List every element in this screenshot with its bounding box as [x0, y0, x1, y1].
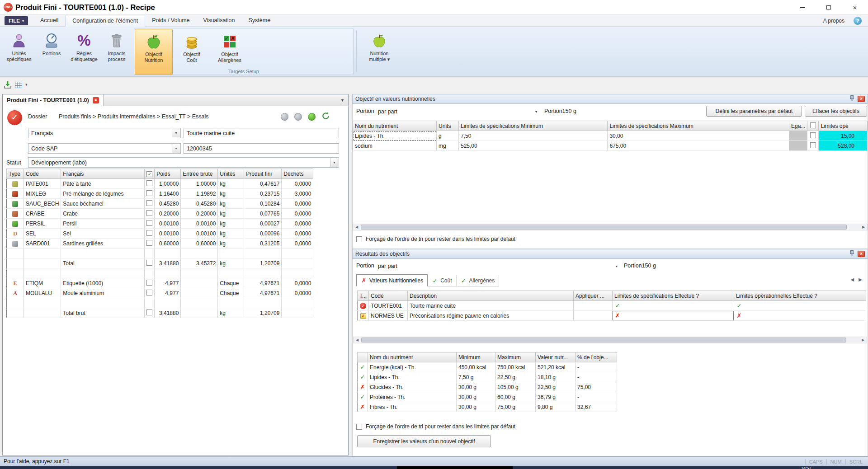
ingredient-pfini-cell[interactable]: 0,00027 [244, 219, 282, 229]
horizontal-scrollbar[interactable]: ◀ ▶ [353, 337, 867, 343]
objective-code-cell[interactable]: NORMES UE [369, 311, 408, 321]
ingredient-poids-cell[interactable] [155, 298, 181, 308]
ingredient-row[interactable]: SARD001 Sardines grillées 0,60000 0,6000… [7, 239, 313, 249]
ingredient-row[interactable]: MIXLEG Pré-mélange de légumes 1,16400 1,… [7, 189, 313, 199]
ingredient-code-cell[interactable] [24, 258, 61, 268]
target-min-cell[interactable]: 525,00 [458, 141, 607, 151]
col-header-code[interactable]: Code [369, 291, 408, 301]
ingredient-checkbox[interactable] [146, 290, 152, 295]
ingredient-checkbox-cell[interactable] [145, 179, 155, 189]
pin-icon[interactable] [849, 95, 854, 103]
col-header-checkbox[interactable] [807, 121, 819, 131]
ingredient-poids-cell[interactable]: 1,16400 [155, 189, 181, 199]
ingredient-checkbox-cell[interactable] [145, 189, 155, 199]
ingredient-dechets-cell[interactable] [282, 268, 313, 278]
ingredient-unites-cell[interactable] [218, 298, 244, 308]
col-header-egal[interactable]: Ega... [789, 121, 807, 131]
ingredient-checkbox[interactable] [146, 200, 152, 206]
portion-mode-select[interactable]: par part ▾ [378, 107, 537, 117]
ingredient-checkbox-cell[interactable] [145, 229, 155, 239]
col-header-status[interactable] [358, 352, 368, 362]
ribbon-tab[interactable]: Accueil [33, 15, 65, 27]
nav-ball-green-icon[interactable] [308, 113, 316, 121]
ingredient-code-cell[interactable]: PERSIL [24, 219, 61, 229]
tab-list-dropdown-icon[interactable]: ▼ [340, 98, 344, 103]
ribbon-tab[interactable]: Configuration de l'élément [65, 15, 145, 27]
objective-apply-cell[interactable] [574, 311, 613, 321]
ingredient-checkbox[interactable] [146, 260, 152, 266]
col-header-entree-brute[interactable]: Entrée brute [181, 169, 218, 179]
col-header-oper-done[interactable]: Limites opérationnelles Effectué ? [734, 291, 866, 301]
objective-row[interactable]: TOURTE001 Tourte marine cuite [358, 301, 866, 311]
ingredient-entree-cell[interactable]: 0,20000 [181, 209, 218, 219]
ingredient-poids-cell[interactable]: 0,00100 [155, 229, 181, 239]
results-tab[interactable]: Valeurs Nutritionnelles [356, 274, 428, 286]
ingredient-row[interactable]: A MOULALU Moule aluminium 4,977 Chaque 4… [7, 288, 313, 298]
ingredient-checkbox-cell[interactable] [145, 278, 155, 288]
ingredient-code-cell[interactable] [24, 249, 61, 258]
ingredient-dechets-cell[interactable]: 0,0000 [282, 219, 313, 229]
target-operational-cell[interactable]: 528,00 [819, 141, 868, 151]
ingredient-code-cell[interactable]: SARD001 [24, 239, 61, 249]
ingredient-row[interactable] [7, 249, 313, 258]
col-header-produit-fini[interactable]: Produit fini [244, 169, 282, 179]
ingredient-entree-cell[interactable]: 0,00100 [181, 229, 218, 239]
ingredient-checkbox-cell[interactable] [145, 249, 155, 258]
ingredient-dechets-cell[interactable]: 0,0000 [282, 239, 313, 249]
ingredient-name-cell[interactable]: Etiquette (/1000) [61, 278, 145, 288]
code-sap-input[interactable]: 12000345 [184, 143, 339, 154]
objective-apply-cell[interactable] [574, 301, 613, 311]
ingredient-entree-cell[interactable] [181, 298, 218, 308]
ingredient-unites-cell[interactable]: Chaque [218, 288, 244, 298]
set-default-params-button[interactable]: Défini les paramètres par défaut [706, 106, 802, 117]
ribbon-tab[interactable]: Visualisation [197, 15, 242, 27]
col-header-limites-ope[interactable]: Limites opé [819, 121, 868, 131]
ingredient-poids-cell[interactable]: 0,00100 [155, 219, 181, 229]
ingredient-checkbox-cell[interactable] [145, 288, 155, 298]
col-header-maximum[interactable]: Maximum [495, 352, 536, 362]
ingredient-poids-cell[interactable]: 1,00000 [155, 179, 181, 189]
ribbon-tab[interactable]: Système [241, 15, 277, 27]
ingredient-code-cell[interactable] [24, 268, 61, 278]
close-icon[interactable]: × [93, 97, 99, 103]
ingredient-entree-cell[interactable]: 1,00000 [181, 179, 218, 189]
ingredient-dechets-cell[interactable]: 0,0000 [282, 288, 313, 298]
ingredient-code-cell[interactable] [24, 308, 61, 318]
ingredient-checkbox-cell[interactable] [145, 209, 155, 219]
target-checkbox-cell[interactable] [807, 131, 819, 141]
col-header-description[interactable]: Description [408, 291, 574, 301]
about-link[interactable]: A propos [823, 15, 844, 27]
ribbon-button-regles-etiquetage[interactable]: % Règles d'étiquetage [68, 28, 100, 74]
nutrient-detail-row[interactable]: Lipides - Th. 7,50 g 22,50 g 18,10 g - [358, 372, 617, 382]
ribbon-button-nutrition-multiple[interactable]: Nutrition multiple ▾ [360, 28, 398, 74]
statut-select[interactable]: Développement (labo) ▾ [28, 157, 339, 168]
ingredient-unites-cell[interactable]: kg [218, 219, 244, 229]
ingredient-entree-cell[interactable]: 0,00100 [181, 219, 218, 229]
ingredient-entree-cell[interactable] [181, 308, 218, 318]
breadcrumb[interactable]: Produits finis > Produits intermédiaires… [59, 113, 209, 120]
target-checkbox[interactable] [810, 142, 816, 148]
scroll-left-icon[interactable]: ◀ [354, 337, 361, 343]
ingredient-poids-cell[interactable]: 0,60000 [155, 239, 181, 249]
ingredient-poids-cell[interactable]: 4,977 [155, 288, 181, 298]
prev-tab-icon[interactable]: ◀ [851, 277, 854, 282]
col-header-checkbox[interactable] [145, 169, 155, 179]
ingredient-pfini-cell[interactable]: 4,97671 [244, 288, 282, 298]
ingredient-code-cell[interactable]: MIXLEG [24, 189, 61, 199]
ribbon-button-unites-specifiques[interactable]: Unités spécifiques [3, 28, 35, 74]
ingredient-code-cell[interactable]: CRABE [24, 209, 61, 219]
nav-ball-icon[interactable] [294, 113, 302, 121]
ingredient-checkbox-cell[interactable] [145, 219, 155, 229]
ingredient-name-cell[interactable]: Total brut [61, 308, 145, 318]
ribbon-button-portions[interactable]: Portions [35, 28, 68, 74]
col-header-francais[interactable]: Français [61, 169, 145, 179]
force-sort-checkbox[interactable] [356, 424, 362, 430]
panel-close-icon[interactable]: × [858, 251, 865, 257]
ingredient-name-cell[interactable]: Sardines grillées [61, 239, 145, 249]
ingredient-dechets-cell[interactable]: 3,0000 [282, 189, 313, 199]
ribbon-tab[interactable]: Poids / Volume [145, 15, 196, 27]
ingredient-pfini-cell[interactable] [244, 249, 282, 258]
ingredient-code-cell[interactable]: ETIQM [24, 278, 61, 288]
help-icon[interactable]: ? [854, 17, 862, 25]
col-header-nutriment[interactable]: Nom du nutriment [368, 352, 457, 362]
